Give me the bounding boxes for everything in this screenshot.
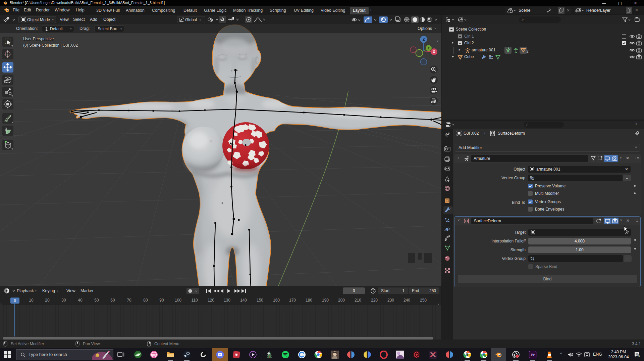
svg-text:Y: Y	[428, 46, 430, 50]
svg-text:osu!: osu!	[152, 354, 156, 356]
svg-text:X: X	[433, 50, 435, 54]
svg-text:Z: Z	[423, 37, 425, 41]
svg-text:5: 5	[638, 355, 640, 358]
svg-text:Pr: Pr	[531, 353, 535, 357]
